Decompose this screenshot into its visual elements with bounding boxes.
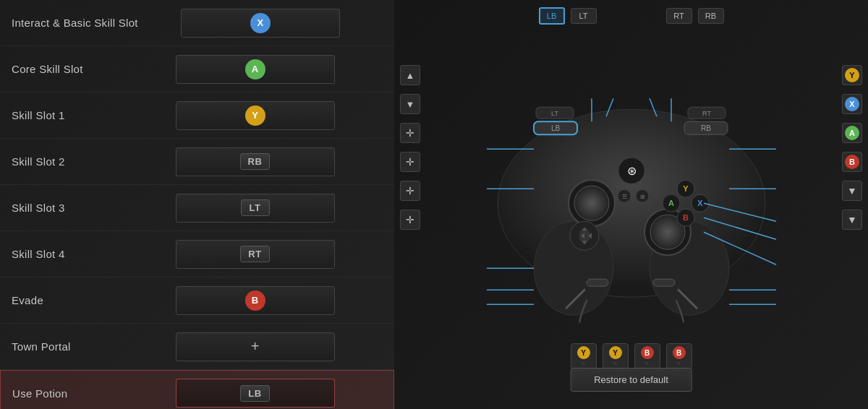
bottom-y2[interactable]: Y ○ bbox=[603, 343, 629, 369]
right-label-5[interactable]: ▼ bbox=[842, 181, 862, 201]
binding-row-skill-slot-3[interactable]: Skill Slot 3LT bbox=[0, 185, 394, 231]
bottom-y1[interactable]: Y ○ bbox=[571, 343, 597, 369]
binding-label-town-portal: Town Portal bbox=[12, 340, 127, 353]
binding-button-box-town-portal[interactable]: + bbox=[176, 332, 335, 361]
binding-button-wrap-town-portal: + bbox=[127, 332, 383, 361]
binding-button-wrap-core-skill: A bbox=[127, 55, 383, 84]
binding-row-evade[interactable]: EvadeB bbox=[0, 277, 394, 324]
binding-button-wrap-use-potion: LB bbox=[128, 379, 382, 408]
svg-text:⊛: ⊛ bbox=[626, 165, 636, 177]
binding-row-skill-slot-4[interactable]: Skill Slot 4RT bbox=[0, 231, 394, 277]
rt-top-label[interactable]: RT bbox=[666, 8, 692, 24]
svg-point-12 bbox=[574, 186, 609, 220]
binding-label-evade: Evade bbox=[12, 294, 127, 306]
bottom-b1[interactable]: B ○ bbox=[634, 343, 660, 369]
right-y-label[interactable]: Y bbox=[842, 65, 862, 85]
left-label-2[interactable]: ▼ bbox=[400, 94, 420, 114]
svg-rect-36 bbox=[653, 279, 675, 286]
binding-button-wrap-skill-slot-4: RT bbox=[127, 240, 383, 269]
controller-panel: LB RB LT RT Y bbox=[394, 0, 868, 409]
restore-default-button[interactable]: Restore to default bbox=[570, 368, 692, 392]
binding-button-box-skill-slot-2[interactable]: RB bbox=[176, 147, 335, 176]
svg-text:B: B bbox=[683, 213, 689, 222]
button-icon-skill-slot-1: Y bbox=[245, 106, 265, 126]
left-label-3[interactable]: ✛ bbox=[400, 123, 420, 143]
button-icon-skill-slot-3: LT bbox=[241, 199, 270, 216]
binding-button-wrap-skill-slot-3: LT bbox=[127, 194, 383, 223]
svg-text:LB: LB bbox=[550, 124, 560, 132]
rb-top-label[interactable]: RB bbox=[698, 8, 724, 24]
binding-button-wrap-skill-slot-1: Y bbox=[127, 101, 383, 130]
svg-text:LT: LT bbox=[551, 110, 558, 117]
binding-button-box-evade[interactable]: B bbox=[176, 286, 335, 315]
left-label-4[interactable]: ✛ bbox=[400, 152, 420, 172]
right-label-6[interactable]: ▼ bbox=[842, 210, 862, 230]
binding-label-skill-slot-1: Skill Slot 1 bbox=[12, 109, 127, 121]
svg-text:X: X bbox=[697, 199, 703, 207]
lb-top-label[interactable]: LB bbox=[539, 7, 565, 25]
button-icon-interact-basic: X bbox=[250, 13, 271, 33]
svg-text:Y: Y bbox=[683, 184, 689, 193]
binding-button-wrap-evade: B bbox=[127, 286, 383, 315]
controller-area: LB RB LT RT Y bbox=[394, 0, 868, 409]
binding-label-use-potion: Use Potion bbox=[12, 387, 128, 400]
binding-row-use-potion[interactable]: Use PotionLB bbox=[0, 370, 394, 409]
button-icon-evade: B bbox=[245, 290, 265, 311]
lt-top-label[interactable]: LT bbox=[571, 8, 597, 24]
button-icon-town-portal: + bbox=[251, 338, 260, 355]
binding-label-skill-slot-4: Skill Slot 4 bbox=[12, 248, 127, 260]
binding-label-core-skill: Core Skill Slot bbox=[12, 63, 127, 75]
button-icon-skill-slot-4: RT bbox=[240, 246, 269, 262]
right-side-labels: Y X A B ▼ ▼ bbox=[842, 65, 862, 230]
right-x-label[interactable]: X bbox=[842, 94, 862, 114]
binding-button-box-use-potion[interactable]: LB bbox=[176, 379, 335, 408]
binding-row-interact-basic[interactable]: Interact & Basic Skill SlotX bbox=[0, 0, 394, 46]
binding-button-box-core-skill[interactable]: A bbox=[176, 55, 335, 84]
svg-text:⊞: ⊞ bbox=[639, 194, 644, 200]
bottom-labels-row: Y ○ Y ○ B ○ B ○ bbox=[571, 343, 692, 369]
binding-label-skill-slot-2: Skill Slot 2 bbox=[12, 155, 127, 168]
left-label-1[interactable]: ▲ bbox=[400, 65, 420, 85]
binding-button-box-interact-basic[interactable]: X bbox=[181, 9, 340, 38]
binding-button-box-skill-slot-3[interactable]: LT bbox=[176, 194, 335, 223]
svg-text:RB: RB bbox=[701, 124, 711, 132]
binding-button-wrap-skill-slot-2: RB bbox=[127, 147, 383, 176]
button-icon-core-skill: A bbox=[245, 59, 265, 79]
top-labels-row: LB LT RT RB bbox=[539, 7, 724, 25]
binding-row-core-skill[interactable]: Core Skill SlotA bbox=[0, 46, 394, 92]
svg-rect-35 bbox=[587, 279, 608, 286]
controller-illustration: LB RB LT RT Y bbox=[480, 77, 783, 322]
svg-text:A: A bbox=[668, 199, 674, 207]
left-label-6[interactable]: ✛ bbox=[400, 210, 420, 230]
binding-button-box-skill-slot-4[interactable]: RT bbox=[176, 240, 335, 269]
right-a-label[interactable]: A bbox=[842, 123, 862, 143]
svg-text:RT: RT bbox=[702, 110, 711, 117]
button-icon-skill-slot-2: RB bbox=[240, 153, 271, 170]
left-label-5[interactable]: ✛ bbox=[400, 181, 420, 201]
binding-button-wrap-interact-basic: X bbox=[138, 9, 383, 38]
button-icon-use-potion: LB bbox=[240, 385, 269, 402]
left-side-labels: ▲ ▼ ✛ ✛ ✛ ✛ bbox=[400, 65, 420, 230]
binding-button-box-skill-slot-1[interactable]: Y bbox=[176, 101, 335, 130]
binding-row-town-portal[interactable]: Town Portal+ bbox=[0, 324, 394, 370]
bindings-panel: Interact & Basic Skill SlotXCore Skill S… bbox=[0, 0, 394, 409]
right-b-label[interactable]: B bbox=[842, 152, 862, 172]
binding-row-skill-slot-1[interactable]: Skill Slot 1Y bbox=[0, 92, 394, 139]
binding-label-interact-basic: Interact & Basic Skill Slot bbox=[12, 17, 138, 29]
bottom-b2[interactable]: B ○ bbox=[666, 343, 692, 369]
binding-label-skill-slot-3: Skill Slot 3 bbox=[12, 202, 127, 214]
binding-row-skill-slot-2[interactable]: Skill Slot 2RB bbox=[0, 139, 394, 185]
svg-text:☰: ☰ bbox=[621, 194, 626, 200]
